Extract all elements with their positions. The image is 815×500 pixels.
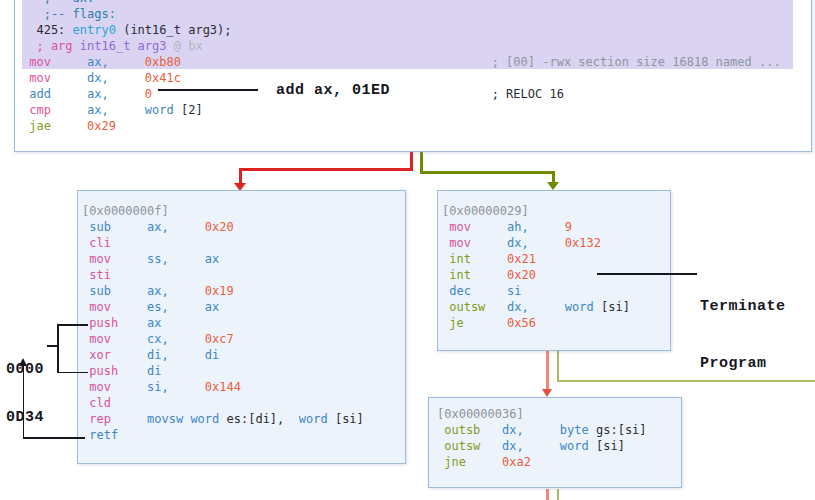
disasm-line: outsw dx, word [si] [437, 438, 681, 454]
basic-block-0x0000000f[interactable]: [0x0000000f] sub ax, 0x20 cli mov ss, ax… [77, 190, 406, 464]
disasm-line: int 0x21 [442, 251, 670, 267]
disasm-line: mov si, 0x144 [82, 379, 405, 395]
edge-je-branch-vertical [557, 351, 560, 382]
disasm-line: cmp ax, word [2] [22, 102, 811, 118]
disasm-line: mov ss, ax [82, 251, 405, 267]
retf-connector-vertical [23, 366, 25, 438]
disasm-line: retf [82, 427, 405, 443]
stack-note-dash [47, 345, 57, 347]
basic-block-0x00000036[interactable]: [0x00000036] outsb dx, byte gs:[si] outs… [428, 397, 682, 488]
disasm-line: rep movsw word es:[di], word [si] [82, 411, 405, 427]
disasm-line: je 0x56 [442, 315, 670, 331]
disasm-line: cld [82, 395, 405, 411]
stack-note-line2: 0D34 [6, 410, 44, 426]
edge-exit-stub-green [557, 489, 560, 500]
edge-false-branch-horizontal [239, 168, 413, 171]
disasm-lines-0x0000000f: [0x0000000f] sub ax, 0x20 cli mov ss, ax… [78, 191, 405, 443]
disasm-line: ; arg int16_t arg3 @ bx [22, 38, 811, 54]
retf-connector-horizontal [23, 437, 85, 439]
disasm-line: mov ax, 0xb80 ; [00] -rwx section size 1… [22, 54, 811, 70]
disasm-lines-0x00000029: [0x00000029] mov ah, 9 mov dx, 0x132 int… [438, 191, 670, 331]
disasm-line: mov cx, 0xc7 [82, 331, 405, 347]
basic-block-0x00000029[interactable]: [0x00000029] mov ah, 9 mov dx, 0x132 int… [437, 190, 671, 351]
edge-fallthrough-vertical [546, 351, 549, 389]
disasm-line: push di [82, 363, 405, 379]
disasm-line: dec si [442, 283, 670, 299]
disasm-lines-entry0: ;-- dx: ;-- flags: 425: entry0 (int16_t … [15, 0, 811, 134]
disasm-line: add ax, 0 ; RELOC 16 [22, 86, 811, 102]
disasm-line: push ax [82, 315, 405, 331]
terminate-note-label: Terminate Program [700, 259, 786, 411]
terminate-note-line2: Program [700, 354, 786, 373]
disasm-line: jne 0xa2 [437, 454, 681, 470]
basic-block-entry0[interactable]: ;-- dx: ;-- flags: 425: entry0 (int16_t … [14, 0, 812, 152]
edge-exit-stub-red [546, 489, 549, 500]
disasm-line: mov dx, 0x41c [22, 70, 811, 86]
disasm-line: 425: entry0 (int16_t arg3); [22, 22, 811, 38]
disasm-line: outsw dx, word [si] [442, 299, 670, 315]
disasm-line: jae 0x29 [22, 118, 811, 134]
disasm-line: [0x00000036] [437, 406, 681, 422]
stack-bracket-vertical [57, 324, 59, 373]
stack-note-label: 0000 0D34 [6, 330, 44, 458]
disasm-line: sub ax, 0x19 [82, 283, 405, 299]
edge-true-branch-horizontal [420, 171, 555, 174]
disasm-line: mov ah, 9 [442, 219, 670, 235]
edge-true-branch-arrowhead [547, 182, 559, 190]
disassembly-graph-view: ;-- dx: ;-- flags: 425: entry0 (int16_t … [0, 0, 815, 500]
disasm-lines-0x00000036: [0x00000036] outsb dx, byte gs:[si] outs… [429, 398, 681, 470]
disasm-line: mov dx, 0x132 [442, 235, 670, 251]
disasm-line: cli [82, 235, 405, 251]
disasm-line: [0x00000029] [442, 203, 670, 219]
disasm-line: xor di, di [82, 347, 405, 363]
disasm-line: [0x0000000f] [82, 203, 405, 219]
disasm-line: outsb dx, byte gs:[si] [437, 422, 681, 438]
terminate-note-line1: Terminate [700, 297, 786, 316]
edge-fallthrough-arrowhead [542, 389, 552, 397]
edge-false-branch-vertical [239, 168, 242, 184]
disasm-line: sti [82, 267, 405, 283]
edge-false-branch-stub [410, 150, 413, 170]
disasm-line: sub ax, 0x20 [82, 219, 405, 235]
disasm-line: int 0x20 [442, 267, 670, 283]
disasm-line: ;-- flags: [22, 6, 811, 22]
disasm-line: mov es, ax [82, 299, 405, 315]
retf-connector-arrowhead [19, 358, 27, 366]
